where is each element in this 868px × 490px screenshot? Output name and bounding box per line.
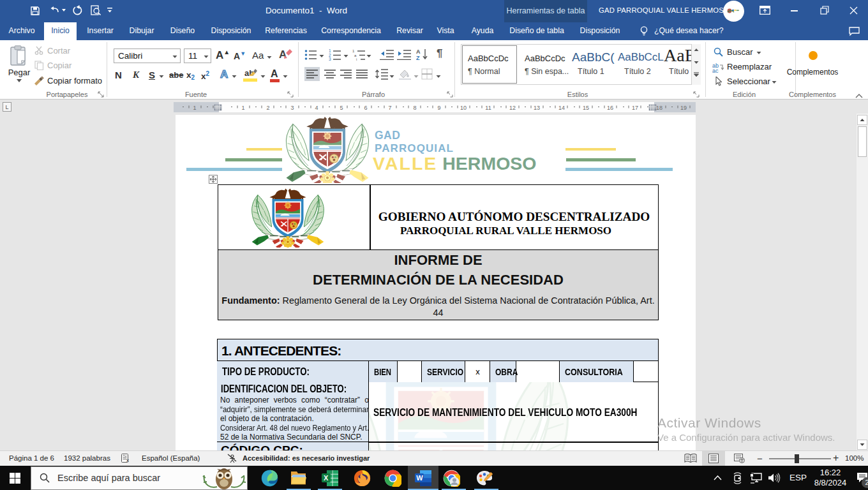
- svg-text:5: 5: [340, 105, 343, 111]
- svg-text:19: 19: [680, 105, 687, 111]
- svg-text:Z: Z: [416, 55, 420, 61]
- svg-text:x: x: [126, 457, 129, 463]
- svg-text:a: a: [354, 54, 357, 57]
- svg-text:3: 3: [290, 105, 294, 111]
- svg-text:18: 18: [656, 105, 662, 111]
- svg-text:13: 13: [534, 105, 540, 111]
- svg-text:3: 3: [329, 57, 331, 61]
- svg-text:6: 6: [364, 105, 367, 111]
- svg-text:8: 8: [413, 105, 416, 111]
- svg-text:ac: ac: [712, 68, 719, 73]
- svg-text:X: X: [324, 474, 329, 482]
- svg-text:4: 4: [315, 105, 318, 111]
- svg-text:W: W: [416, 474, 423, 482]
- svg-text:11: 11: [485, 105, 491, 111]
- svg-text:1: 1: [352, 49, 355, 53]
- svg-text:1: 1: [241, 105, 244, 111]
- svg-text:14: 14: [558, 105, 565, 111]
- svg-text:2: 2: [266, 105, 269, 111]
- svg-text:A: A: [279, 48, 287, 61]
- svg-text:10: 10: [460, 105, 467, 111]
- svg-text:15: 15: [583, 105, 589, 111]
- svg-text:16: 16: [607, 105, 613, 111]
- svg-text:A: A: [416, 48, 421, 55]
- svg-text:1: 1: [193, 105, 196, 111]
- svg-text:12: 12: [509, 105, 516, 111]
- svg-text:9: 9: [437, 105, 440, 111]
- svg-text:17: 17: [632, 105, 638, 111]
- svg-text:i: i: [356, 57, 357, 61]
- svg-text:7: 7: [388, 105, 391, 111]
